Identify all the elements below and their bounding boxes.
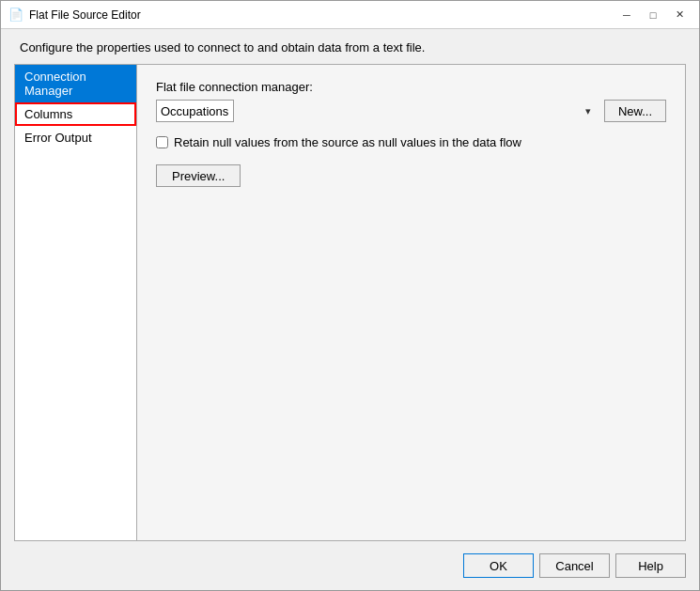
connection-manager-dropdown[interactable]: Occupations [156,100,234,122]
dropdown-wrapper: Occupations [156,100,597,122]
sidebar-item-error-output[interactable]: Error Output [15,126,136,149]
connection-manager-label: Flat file connection manager: [156,80,666,94]
main-content: Connection Manager Columns Error Output … [1,64,699,541]
cancel-button[interactable]: Cancel [539,553,610,578]
close-button[interactable]: ✕ [667,6,692,24]
new-button[interactable]: New... [604,100,666,122]
content-panel: Flat file connection manager: Occupation… [137,65,685,540]
sidebar-item-connection-manager[interactable]: Connection Manager [15,65,136,102]
description-text: Configure the properties used to connect… [1,29,699,64]
window-title: Flat File Source Editor [29,8,614,22]
title-bar-controls: ─ □ ✕ [614,6,692,24]
ok-button[interactable]: OK [463,553,534,578]
sidebar-item-columns[interactable]: Columns [15,102,136,126]
maximize-button[interactable]: □ [641,6,665,24]
retain-null-checkbox[interactable] [156,136,168,148]
footer: OK Cancel Help [1,541,699,590]
dropdown-row: Occupations New... [156,100,666,122]
editor-area: Connection Manager Columns Error Output … [14,64,686,541]
retain-null-label: Retain null values from the source as nu… [174,135,521,149]
minimize-button[interactable]: ─ [614,6,639,24]
checkbox-row: Retain null values from the source as nu… [156,135,666,149]
preview-button[interactable]: Preview... [156,164,241,187]
title-bar: 📄 Flat File Source Editor ─ □ ✕ [1,1,699,29]
sidebar: Connection Manager Columns Error Output [15,65,137,540]
main-window: 📄 Flat File Source Editor ─ □ ✕ Configur… [0,0,700,591]
window-icon: 📄 [8,8,23,23]
help-button[interactable]: Help [615,553,686,578]
